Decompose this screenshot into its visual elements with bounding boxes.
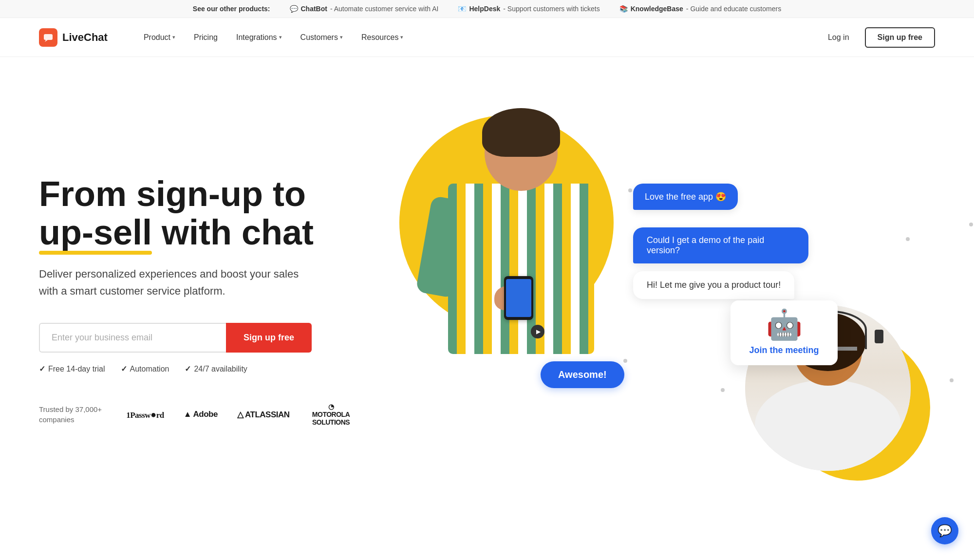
- hero-underline: up-sell: [39, 213, 152, 252]
- logo-1password: 1Passw●rd: [126, 409, 164, 420]
- hero-trusted: Trusted by 37,000+companies 1Passw●rd ▲ …: [39, 403, 370, 426]
- nav-item-integrations[interactable]: Integrations ▾: [229, 29, 289, 46]
- chat-widget-button[interactable]: 💬: [931, 517, 958, 544]
- chat-bubble-3: Hi! Let me give you a product tour!: [633, 271, 794, 299]
- dot-2: [906, 237, 910, 241]
- helpdesk-icon: 📧: [458, 5, 466, 13]
- trusted-text: Trusted by 37,000+companies: [39, 404, 102, 425]
- nav-actions: Log in Sign up free: [820, 27, 935, 48]
- signup-button[interactable]: Sign up free: [226, 323, 312, 353]
- logo-icon: [39, 28, 57, 47]
- nav-item-customers[interactable]: Customers ▾: [294, 29, 350, 46]
- checkmark-icon-2: ✓: [121, 364, 127, 373]
- dot-5: [721, 388, 725, 392]
- hero-title: From sign-up to up-sell with chat: [39, 175, 370, 252]
- chat-widget-icon: 💬: [937, 524, 952, 538]
- nav-item-resources[interactable]: Resources ▾: [355, 29, 410, 46]
- dot-7: [950, 378, 954, 382]
- chevron-down-icon-3: ▾: [340, 34, 343, 40]
- check-free-trial: ✓ Free 14-day trial: [39, 364, 105, 373]
- knowledgebase-icon: 📚: [619, 5, 628, 13]
- chatbot-icon: 💬: [290, 5, 298, 13]
- login-button[interactable]: Log in: [820, 28, 857, 47]
- check-availability: ✓ 24/7 availability: [185, 364, 247, 373]
- logo-motorola: ◔ MOTOROLASOLUTIONS: [309, 403, 353, 426]
- helpdesk-desc: - Support customers with tickets: [503, 5, 599, 13]
- chevron-down-icon: ▾: [172, 34, 175, 40]
- nav-signup-button[interactable]: Sign up free: [865, 27, 935, 48]
- knowledgebase-name: KnowledgeBase: [631, 5, 683, 13]
- agent-card: 🤖 Join the meeting: [730, 300, 838, 365]
- topbar-knowledgebase[interactable]: 📚 KnowledgeBase - Guide and educate cust…: [619, 5, 781, 13]
- nav-links: Product ▾ Pricing Integrations ▾ Custome…: [137, 29, 820, 46]
- hero-right: Love the free app 😍 Could I get a demo o…: [370, 86, 935, 495]
- nav-item-pricing[interactable]: Pricing: [187, 29, 225, 46]
- helpdesk-name: HelpDesk: [469, 5, 500, 13]
- join-meeting-link[interactable]: Join the meeting: [749, 345, 819, 355]
- check-automation: ✓ Automation: [121, 364, 169, 373]
- svg-rect-0: [44, 34, 53, 40]
- chatbot-desc: - Automate customer service with AI: [330, 5, 439, 13]
- person-illustration: [409, 101, 653, 393]
- logo-text: LiveChat: [62, 31, 108, 44]
- chat-bubble-2: Could I get a demo of the paid version?: [633, 227, 808, 263]
- play-icon[interactable]: ▶: [531, 325, 544, 338]
- chat-bubble-1: Love the free app 😍: [633, 184, 738, 210]
- bubble-awesome: Awesome!: [541, 361, 624, 388]
- agent-icon: 🤖: [766, 310, 803, 339]
- logo-atlassian: △ ATLASSIAN: [237, 410, 290, 420]
- topbar-label: See our other products:: [193, 5, 270, 13]
- topbar-helpdesk[interactable]: 📧 HelpDesk - Support customers with tick…: [458, 5, 599, 13]
- dot-6: [969, 223, 973, 226]
- checkmark-icon-3: ✓: [185, 364, 191, 373]
- nav-item-product[interactable]: Product ▾: [137, 29, 182, 46]
- topbar: See our other products: 💬 ChatBot - Auto…: [0, 0, 974, 18]
- logo-adobe: ▲ Adobe: [184, 410, 218, 419]
- navbar: LiveChat Product ▾ Pricing Integrations …: [0, 18, 974, 57]
- hero-checks: ✓ Free 14-day trial ✓ Automation ✓ 24/7 …: [39, 364, 370, 373]
- hero-section: From sign-up to up-sell with chat Delive…: [0, 57, 974, 524]
- chatbot-name: ChatBot: [301, 5, 327, 13]
- topbar-chatbot[interactable]: 💬 ChatBot - Automate customer service wi…: [290, 5, 439, 13]
- trusted-logos: 1Passw●rd ▲ Adobe △ ATLASSIAN ◔ MOTOROLA…: [126, 403, 353, 426]
- hero-subtitle: Deliver personalized experiences and boo…: [39, 265, 302, 299]
- chevron-down-icon-4: ▾: [400, 34, 403, 40]
- knowledgebase-desc: - Guide and educate customers: [686, 5, 781, 13]
- chevron-down-icon-2: ▾: [279, 34, 282, 40]
- email-form: Sign up free: [39, 323, 312, 353]
- checkmark-icon: ✓: [39, 364, 45, 373]
- email-input[interactable]: [39, 323, 226, 353]
- logo[interactable]: LiveChat: [39, 28, 108, 47]
- hero-left: From sign-up to up-sell with chat Delive…: [39, 86, 370, 495]
